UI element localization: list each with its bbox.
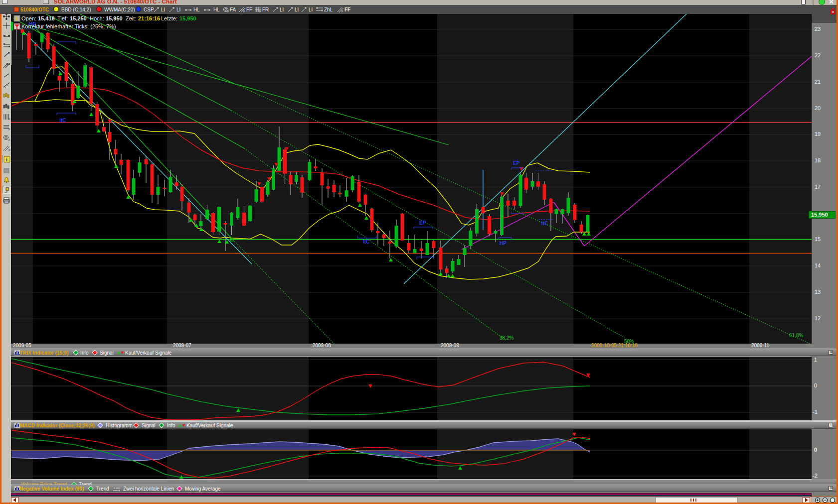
svg-text:F: F <box>243 10 245 13</box>
svg-text:21:16:16: 21:16:16 <box>138 15 160 21</box>
svg-text:15,950: 15,950 <box>106 15 123 21</box>
svg-text:i: i <box>6 157 7 162</box>
svg-text:Hoch:: Hoch: <box>90 15 104 21</box>
svg-text:ItC: ItC <box>59 118 66 123</box>
svg-text:F: F <box>341 10 343 13</box>
svg-text:F: F <box>227 10 229 13</box>
svg-text:Letzte:: Letzte: <box>161 15 177 21</box>
svg-text:F: F <box>8 149 10 151</box>
svg-text:Open:: Open: <box>21 15 36 21</box>
svg-text:EP: EP <box>419 220 426 226</box>
svg-text:EP: EP <box>513 160 520 166</box>
svg-text:F: F <box>259 10 261 13</box>
svg-text:F: F <box>8 138 10 141</box>
svg-text:Zeit:: Zeit: <box>126 15 136 21</box>
svg-text:HP: HP <box>500 241 506 246</box>
svg-text:ItC: ItC <box>363 239 369 245</box>
svg-text:Korrektur fehlerhafter Ticks:: Korrektur fehlerhafter Ticks: (25%; 7%) <box>21 23 116 29</box>
svg-text:38,2%: 38,2% <box>500 335 513 341</box>
svg-text:15,418: 15,418 <box>38 15 55 21</box>
svg-text:F: F <box>8 128 10 130</box>
svg-text:ItC: ItC <box>541 221 548 226</box>
svg-text:i: i <box>15 15 17 21</box>
svg-text:15,950: 15,950 <box>179 15 196 21</box>
svg-text:61,8%: 61,8% <box>789 333 803 338</box>
svg-text:F: F <box>8 118 10 120</box>
svg-text:15,250: 15,250 <box>70 15 87 21</box>
svg-text:Tief:: Tief: <box>57 15 68 21</box>
